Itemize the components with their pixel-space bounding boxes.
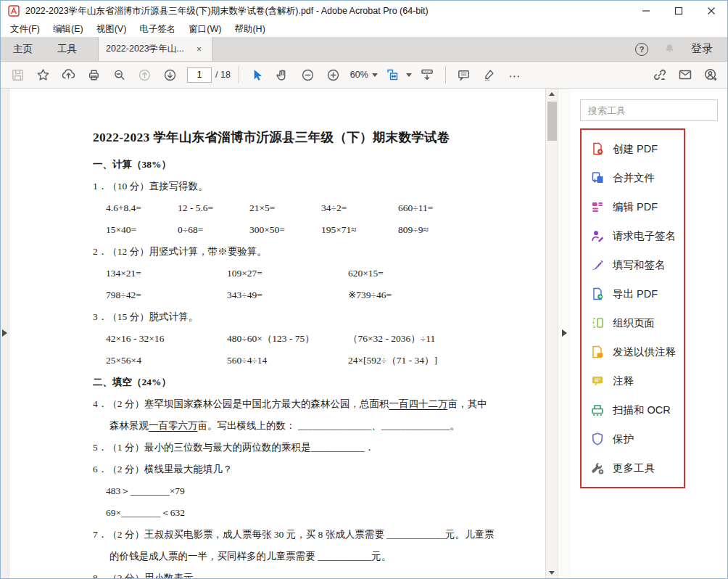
menu-item-1[interactable]: 编辑(E) bbox=[46, 22, 90, 37]
highlight-tool-button[interactable] bbox=[476, 64, 502, 86]
doc-line: 134×21=109×27=620×15= bbox=[93, 266, 476, 281]
more-tools-tool[interactable]: 更多工具 bbox=[582, 453, 684, 482]
navigation-pane-strip[interactable] bbox=[1, 89, 9, 578]
tab-close-button[interactable]: × bbox=[194, 43, 204, 56]
maximize-icon bbox=[674, 7, 683, 15]
more-tools-icon bbox=[590, 461, 605, 475]
previous-page-button[interactable] bbox=[132, 64, 157, 86]
tool-label: 更多工具 bbox=[613, 461, 655, 475]
search-tools-input[interactable] bbox=[580, 99, 718, 121]
scroll-up-button[interactable] bbox=[546, 89, 558, 99]
menu-item-0[interactable]: 文件(F) bbox=[4, 22, 46, 37]
fill-sign-tool[interactable]: 填写和签名 bbox=[582, 250, 684, 279]
minimize-button[interactable] bbox=[629, 1, 662, 21]
plus-circle-icon bbox=[326, 67, 341, 83]
tool-label: 保护 bbox=[613, 432, 634, 446]
select-tool-button[interactable] bbox=[244, 64, 270, 86]
favorite-star-button[interactable] bbox=[30, 64, 56, 86]
tab-tools[interactable]: 工具 bbox=[45, 37, 89, 61]
envelope-icon bbox=[677, 67, 693, 83]
search-icon bbox=[112, 67, 127, 83]
scrollbar-thumb[interactable] bbox=[547, 102, 557, 141]
chevron-down-icon[interactable] bbox=[406, 73, 412, 77]
close-icon bbox=[707, 7, 716, 15]
tools-pane-toggle[interactable] bbox=[558, 89, 571, 578]
person-add-icon bbox=[703, 67, 719, 83]
close-button[interactable] bbox=[695, 1, 727, 21]
send-for-comments-icon bbox=[590, 345, 605, 359]
tab-tools-label: 工具 bbox=[57, 43, 77, 56]
doc-line: 69×________＜632 bbox=[93, 505, 476, 520]
next-page-button[interactable] bbox=[157, 64, 183, 86]
customize-toolbar-button[interactable] bbox=[415, 64, 440, 86]
doc-line: 2022-2023 学年山东省淄博市沂源县三年级（下）期末数学试卷 bbox=[93, 127, 476, 147]
save-button[interactable] bbox=[5, 64, 30, 86]
tab-document[interactable]: 2022-2023学年山... × bbox=[98, 37, 212, 61]
comment-tool-button[interactable] bbox=[451, 64, 476, 86]
menu-item-3[interactable]: 电子签名 bbox=[133, 22, 182, 37]
chevron-down-icon[interactable] bbox=[372, 73, 378, 77]
doc-line: 二、填空（24%） bbox=[93, 374, 476, 390]
create-pdf-tool[interactable]: 创建 PDF bbox=[582, 134, 684, 163]
fit-width-button[interactable] bbox=[381, 64, 406, 86]
tab-document-label: 2022-2023学年山... bbox=[106, 43, 184, 55]
document-page: 2022-2023 学年山东省淄博市沂源县三年级（下）期末数学试卷一、计算（38… bbox=[9, 89, 545, 578]
toolbar: / 18 60% bbox=[1, 62, 727, 89]
print-button[interactable] bbox=[81, 64, 107, 86]
highlighter-icon bbox=[481, 67, 497, 83]
sign-in-button[interactable]: 登录 bbox=[691, 42, 713, 56]
share-link-button[interactable] bbox=[647, 64, 672, 86]
toolbar-download-icon bbox=[419, 67, 435, 83]
zoom-out-button[interactable] bbox=[295, 64, 320, 86]
toolbar-divider bbox=[445, 66, 446, 83]
request-signatures-tool[interactable]: 请求电子签名 bbox=[582, 221, 684, 250]
math-expression: 660÷11= bbox=[398, 200, 470, 215]
export-pdf-tool[interactable]: 导出 PDF bbox=[582, 279, 684, 308]
help-button[interactable]: ? bbox=[635, 43, 648, 56]
tools-list: 创建 PDF合并文件编辑 PDF请求电子签名填写和签名导出 PDF组织页面发送以… bbox=[580, 128, 685, 488]
organize-pages-icon bbox=[590, 316, 605, 330]
hand-tool-button[interactable] bbox=[270, 64, 295, 86]
menu-item-5[interactable]: 帮助(H) bbox=[228, 22, 271, 37]
page-number-input[interactable] bbox=[187, 67, 212, 83]
menu-item-2[interactable]: 视图(V) bbox=[90, 22, 133, 37]
chevron-down-icon bbox=[549, 571, 555, 575]
doc-line: 483＞________×79 bbox=[93, 483, 476, 498]
tool-label: 填写和签名 bbox=[613, 258, 666, 272]
tab-home[interactable]: 主页 bbox=[1, 37, 45, 61]
doc-line: 的价钱是成人票的一半，买同样多的儿童票需要 ___________元。 bbox=[93, 549, 476, 564]
edit-pdf-icon bbox=[590, 200, 605, 214]
tool-label: 请求电子签名 bbox=[613, 229, 676, 243]
comment-tool[interactable]: 注释 bbox=[582, 366, 684, 395]
email-button[interactable] bbox=[672, 64, 698, 86]
zoom-level-dropdown[interactable]: 60% bbox=[350, 70, 368, 80]
math-expression: 809÷9≈ bbox=[398, 222, 470, 237]
notifications-bell-icon[interactable] bbox=[663, 42, 677, 56]
combine-files-tool[interactable]: 合并文件 bbox=[582, 163, 684, 192]
doc-line: 4.6+8.4=12 - 5.6=21×5=34÷2=660÷11= bbox=[93, 200, 476, 215]
comment-icon bbox=[590, 374, 605, 388]
menu-item-4[interactable]: 窗口(W) bbox=[182, 22, 228, 37]
find-button[interactable] bbox=[107, 64, 132, 86]
scan-ocr-tool[interactable]: 扫描和 OCR bbox=[582, 395, 684, 424]
document-viewer: 2022-2023 学年山东省淄博市沂源县三年级（下）期末数学试卷一、计算（38… bbox=[9, 89, 545, 578]
tool-label: 编辑 PDF bbox=[613, 200, 658, 214]
doc-line: 25×56×4560÷4÷1424×[592÷（71 - 34）] bbox=[93, 353, 476, 368]
maximize-button[interactable] bbox=[662, 1, 695, 21]
nav-pane-expand-icon[interactable] bbox=[2, 329, 7, 337]
math-expression: （76×32 - 2036）÷11 bbox=[348, 331, 469, 346]
zoom-in-button[interactable] bbox=[320, 64, 346, 86]
scroll-down-button[interactable] bbox=[546, 567, 558, 578]
organize-pages-tool[interactable]: 组织页面 bbox=[582, 308, 684, 337]
more-tools-overflow-button[interactable] bbox=[502, 64, 527, 86]
export-pdf-icon bbox=[590, 287, 605, 301]
vertical-scrollbar[interactable] bbox=[545, 89, 558, 578]
share-button[interactable] bbox=[56, 64, 81, 86]
tools-pane-expand-icon[interactable] bbox=[562, 329, 567, 337]
profile-button[interactable] bbox=[698, 64, 723, 86]
edit-pdf-tool[interactable]: 编辑 PDF bbox=[582, 192, 684, 221]
scan-ocr-icon bbox=[590, 403, 605, 417]
protect-tool[interactable]: 保护 bbox=[582, 424, 684, 453]
send-for-comments-tool[interactable]: 发送以供注释 bbox=[582, 337, 684, 366]
fit-width-icon bbox=[385, 67, 401, 83]
